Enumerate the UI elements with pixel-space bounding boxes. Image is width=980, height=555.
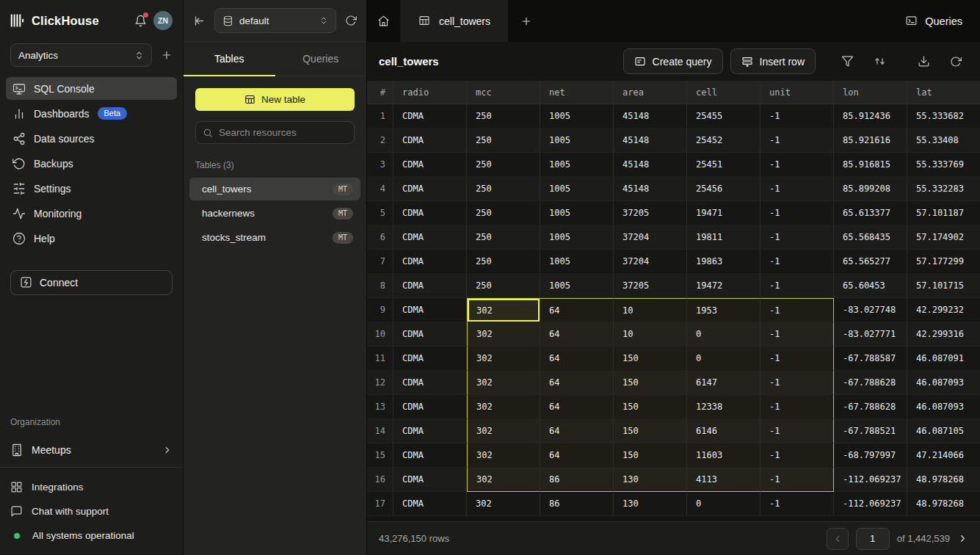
grid-cell[interactable]: -1 [761,177,834,201]
grid-cell[interactable]: 46.087091 [907,347,980,371]
grid-cell[interactable]: 11603 [687,443,761,468]
new-table-button[interactable]: New table [195,88,355,111]
grid-cell[interactable]: 46.087093 [907,395,980,419]
grid-cell[interactable]: 19863 [687,250,761,274]
tab-tables[interactable]: Tables [184,42,275,76]
grid-cell[interactable]: 250 [467,225,540,250]
search-input[interactable] [219,127,347,138]
grid-cell[interactable]: CDMA [393,250,467,274]
grid-cell[interactable]: 302 [467,322,540,347]
grid-cell[interactable]: 4113 [687,468,761,492]
refresh-resources-icon[interactable] [345,15,357,26]
grid-cell[interactable]: 64 [540,395,614,419]
column-header-net[interactable]: net [540,81,614,104]
column-header-cell[interactable]: cell [687,81,761,104]
previous-page-button[interactable] [827,528,849,550]
grid-cell[interactable]: 64 [540,298,614,322]
grid-cell[interactable]: 302 [467,347,540,371]
grid-cell[interactable]: -68.797997 [834,443,907,468]
grid-cell[interactable]: -1 [761,274,834,298]
integrations-link[interactable]: Integrations [10,476,173,498]
grid-cell[interactable]: 57.177299 [907,250,980,274]
avatar[interactable]: ZN [153,11,173,30]
grid-cell[interactable]: 45148 [614,104,687,128]
grid-cell[interactable]: 86 [540,468,614,492]
grid-cell[interactable]: 1005 [540,177,614,201]
grid-cell[interactable]: CDMA [393,298,467,322]
new-tab-button[interactable] [508,0,545,42]
grid-cell[interactable]: -67.788628 [834,371,907,395]
grid-cell[interactable]: 37205 [614,201,687,225]
grid-cell[interactable]: 48.978268 [907,468,980,492]
queries-button[interactable]: Queries [888,0,980,42]
grid-cell[interactable]: CDMA [393,395,467,419]
grid-cell[interactable]: 302 [467,395,540,419]
grid-cell[interactable]: -83.027748 [834,298,907,322]
grid-cell[interactable]: 65.60453 [834,274,907,298]
grid-cell[interactable]: 86 [540,492,614,516]
grid-cell[interactable]: 1005 [540,225,614,250]
column-header-lat[interactable]: lat [907,81,980,104]
refresh-table-button[interactable] [943,49,968,74]
grid-cell[interactable]: 150 [614,395,687,419]
grid-cell[interactable]: -112.069237 [834,468,907,492]
grid-cell[interactable]: 302 [467,492,540,516]
grid-cell[interactable]: 250 [467,177,540,201]
grid-cell[interactable]: CDMA [393,347,467,371]
grid-cell[interactable]: 19472 [687,274,761,298]
table-list-item-cell-towers[interactable]: cell_towers MT [189,178,360,200]
grid-cell[interactable]: 46.087093 [907,371,980,395]
grid-cell[interactable]: 10 [614,322,687,347]
grid-cell[interactable]: 25452 [687,128,761,153]
grid-cell[interactable]: 250 [467,250,540,274]
grid-cell[interactable]: 46.087105 [907,419,980,443]
column-header-radio[interactable]: radio [393,81,467,104]
sidebar-item-data-sources[interactable]: Data sources [6,127,177,150]
grid-cell[interactable]: 65.613377 [834,201,907,225]
grid-cell[interactable]: 1005 [540,250,614,274]
grid-cell[interactable]: 42.299232 [907,298,980,322]
grid-cell[interactable]: -1 [761,492,834,516]
grid-cell[interactable]: CDMA [393,177,467,201]
grid-cell[interactable]: 55.332283 [907,177,980,201]
grid-cell[interactable]: 64 [540,443,614,468]
grid-cell[interactable]: -1 [761,104,834,128]
grid-cell[interactable]: 42.299316 [907,322,980,347]
sidebar-item-sql-console[interactable]: SQL Console [6,77,177,100]
grid-cell[interactable]: 1005 [540,274,614,298]
column-header-num[interactable]: # [367,81,393,104]
grid-cell[interactable]: 64 [540,419,614,443]
table-list-item-stocks-stream[interactable]: stocks_stream MT [189,226,360,249]
grid-cell[interactable]: 37204 [614,225,687,250]
grid-cell[interactable]: 150 [614,419,687,443]
grid-cell[interactable]: CDMA [393,419,467,443]
grid-cell[interactable]: -1 [761,395,834,419]
home-button[interactable] [367,0,401,42]
grid-cell[interactable]: CDMA [393,443,467,468]
grid-cell[interactable]: CDMA [393,225,467,250]
grid-cell[interactable]: 65.568435 [834,225,907,250]
grid-cell[interactable]: 85.921616 [834,128,907,153]
table-list-item-hackernews[interactable]: hackernews MT [189,202,360,225]
grid-cell[interactable]: 57.101715 [907,274,980,298]
grid-cell[interactable]: 130 [614,492,687,516]
grid-cell[interactable]: 6147 [687,371,761,395]
grid-cell[interactable]: 250 [467,153,540,177]
grid-cell[interactable]: 25456 [687,177,761,201]
grid-cell[interactable]: 250 [467,274,540,298]
column-header-mcc[interactable]: mcc [467,81,540,104]
open-tab-cell-towers[interactable]: cell_towers [401,0,508,42]
grid-cell[interactable]: -1 [761,347,834,371]
connect-button[interactable]: Connect [10,270,173,295]
grid-cell[interactable]: 130 [614,468,687,492]
grid-cell[interactable]: CDMA [393,128,467,153]
grid-cell[interactable]: -1 [761,298,834,322]
page-number-input[interactable] [856,528,890,550]
grid-cell[interactable]: 150 [614,347,687,371]
grid-cell[interactable]: 64 [540,322,614,347]
grid-cell[interactable]: 45148 [614,153,687,177]
column-header-area[interactable]: area [614,81,687,104]
grid-cell[interactable]: 150 [614,371,687,395]
grid-cell[interactable]: CDMA [393,371,467,395]
workspace-selector[interactable]: Analytics [10,43,152,67]
